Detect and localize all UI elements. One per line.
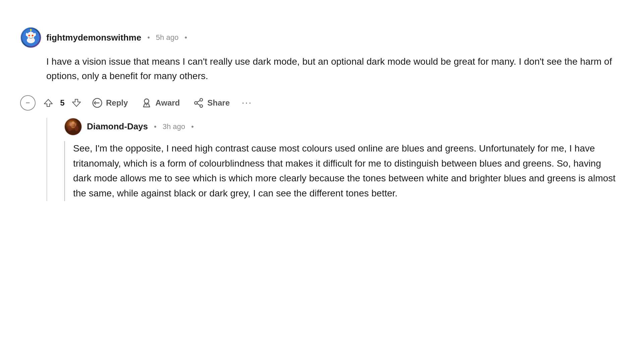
svg-point-8	[30, 29, 32, 31]
dot-separator-1: •	[147, 33, 150, 42]
collapse-icon: −	[26, 99, 30, 107]
reply-content: Diamond-Days • 3h ago • See, I'm the opp…	[64, 118, 624, 201]
svg-point-3	[26, 33, 28, 36]
upvote-icon	[43, 98, 54, 108]
svg-point-5	[29, 35, 30, 37]
comment-header: fightmydemonswithme • 5h ago •	[20, 27, 624, 48]
share-button[interactable]: Share	[188, 95, 235, 111]
comment-username[interactable]: fightmydemonswithme	[46, 33, 141, 43]
more-options-button[interactable]: ···	[238, 96, 256, 110]
share-label: Share	[207, 98, 230, 108]
svg-point-19	[74, 126, 78, 131]
reply-timestamp: 3h ago	[163, 122, 185, 131]
svg-point-2	[27, 32, 35, 39]
avatar-image	[20, 27, 42, 48]
reply-dot-2: •	[191, 122, 194, 131]
svg-point-13	[200, 105, 203, 107]
award-icon	[141, 98, 152, 108]
reply-avatar-image	[65, 118, 82, 135]
reply-label: Reply	[106, 98, 128, 108]
svg-point-10	[145, 99, 149, 103]
svg-point-4	[34, 33, 36, 36]
svg-point-23	[69, 123, 72, 125]
comment-text: I have a vision issue that means I can't…	[46, 54, 616, 83]
reply-avatar	[64, 118, 82, 136]
svg-point-22	[74, 123, 77, 125]
vote-count: 5	[59, 98, 66, 108]
comment-body: I have a vision issue that means I can't…	[46, 54, 624, 83]
comment-thread: fightmydemonswithme • 5h ago • I have a …	[20, 27, 624, 201]
thread-line	[46, 118, 47, 201]
reply-thread: Diamond-Days • 3h ago • See, I'm the opp…	[46, 118, 624, 201]
reply-dot: •	[154, 122, 157, 131]
vote-group: 5	[41, 96, 84, 110]
award-label: Award	[155, 98, 180, 108]
reply-username[interactable]: Diamond-Days	[87, 121, 148, 132]
reply-icon	[92, 98, 103, 108]
downvote-icon	[71, 98, 82, 108]
reply-header: Diamond-Days • 3h ago •	[64, 118, 624, 136]
downvote-button[interactable]	[69, 96, 84, 110]
upvote-button[interactable]	[41, 96, 56, 110]
svg-point-6	[32, 35, 34, 37]
snoo-icon	[22, 29, 40, 46]
more-icon: ···	[242, 98, 252, 108]
award-button[interactable]: Award	[136, 95, 185, 111]
svg-point-12	[195, 102, 197, 104]
comment-timestamp: 5h ago	[156, 33, 178, 42]
svg-point-21	[72, 121, 74, 124]
share-icon	[193, 98, 204, 108]
dot-separator-2: •	[184, 33, 187, 42]
reply-button[interactable]: Reply	[87, 95, 133, 111]
svg-line-15	[197, 100, 200, 102]
action-bar: − 5 Repl	[20, 95, 624, 111]
collapse-button[interactable]: −	[20, 95, 36, 111]
main-comment: fightmydemonswithme • 5h ago • I have a …	[20, 27, 624, 201]
svg-line-14	[197, 104, 200, 105]
reply-text: See, I'm the opposite, I need high contr…	[64, 141, 618, 201]
svg-point-18	[68, 126, 72, 131]
avatar	[20, 27, 42, 48]
svg-point-11	[200, 98, 203, 101]
